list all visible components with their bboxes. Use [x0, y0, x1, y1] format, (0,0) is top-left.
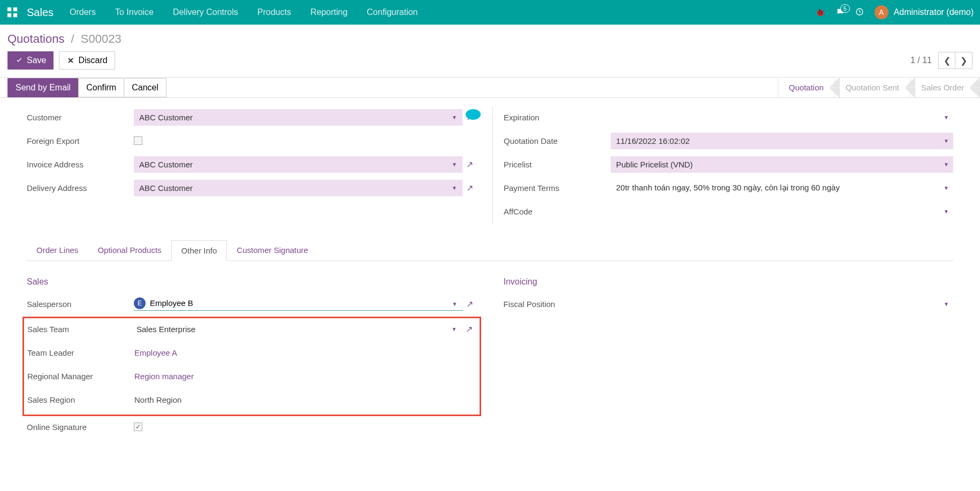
fiscal-position-label: Fiscal Position: [504, 300, 611, 309]
avatar-chip: E: [134, 297, 146, 309]
check-icon: [15, 56, 24, 65]
cancel-button[interactable]: Cancel: [124, 78, 166, 97]
main-menu: Orders To Invoice Delivery Controls Prod…: [70, 7, 417, 17]
payment-terms-field[interactable]: 20tr thanh toán ngay, 50% trong 30 ngày,…: [611, 179, 953, 196]
expiration-field[interactable]: [611, 113, 953, 121]
sales-heading: Sales: [27, 277, 477, 287]
save-button[interactable]: Save: [7, 51, 54, 70]
pricelist-label: Pricelist: [504, 160, 611, 169]
pager-prev-button[interactable]: ❮: [938, 52, 955, 69]
salesperson-field[interactable]: E: [134, 297, 463, 311]
status-bar: Send by Email Confirm Cancel Quotation Q…: [0, 77, 980, 98]
app-brand[interactable]: Sales: [27, 6, 54, 19]
invoice-address-field[interactable]: ABC Customer: [134, 156, 462, 173]
top-nav: Sales Orders To Invoice Delivery Control…: [0, 0, 980, 25]
send-email-button[interactable]: Send by Email: [7, 78, 78, 97]
breadcrumb-root[interactable]: Quotations: [7, 32, 64, 45]
confirm-button[interactable]: Confirm: [78, 78, 124, 97]
menu-orders[interactable]: Orders: [70, 7, 96, 17]
team-leader-value[interactable]: Employee A: [134, 348, 177, 357]
status-quotation[interactable]: Quotation: [778, 78, 834, 97]
debug-icon[interactable]: 🐞: [815, 7, 825, 17]
pager-next-button[interactable]: ❯: [955, 52, 973, 69]
regional-manager-value[interactable]: Region manager: [134, 372, 194, 381]
activities-icon[interactable]: [855, 7, 864, 18]
highlight-annotation: Sales Team Sales Enterprise ▼ ↗ Team Lea…: [22, 317, 481, 416]
breadcrumb-leaf: S00023: [81, 32, 121, 45]
online-signature-checkbox[interactable]: [134, 423, 142, 431]
menu-delivery-controls[interactable]: Delivery Controls: [173, 7, 238, 17]
pricelist-field[interactable]: Public Pricelist (VND): [611, 156, 953, 173]
menu-to-invoice[interactable]: To Invoice: [115, 7, 154, 17]
tab-order-lines[interactable]: Order Lines: [27, 240, 88, 260]
menu-reporting[interactable]: Reporting: [310, 7, 347, 17]
tab-other-info[interactable]: Other Info: [171, 240, 227, 261]
sales-section: Sales Salesperson E ▼ ↗ Sales Team Sales…: [27, 261, 477, 440]
salesperson-label: Salesperson: [27, 300, 134, 309]
delivery-address-label: Delivery Address: [27, 183, 134, 193]
sales-team-label: Sales Team: [27, 325, 134, 334]
message-count-badge: 5: [840, 4, 850, 13]
menu-products[interactable]: Products: [257, 7, 291, 17]
svg-rect-3: [13, 13, 17, 17]
systray: 🐞 5 A Administrator (demo): [815, 5, 974, 19]
tab-optional-products[interactable]: Optional Products: [88, 240, 171, 260]
sales-team-field[interactable]: Sales Enterprise: [134, 321, 462, 337]
svg-rect-2: [7, 13, 11, 17]
messaging-icon[interactable]: 5: [836, 7, 845, 18]
invoice-address-label: Invoice Address: [27, 160, 134, 169]
menu-configuration[interactable]: Configuration: [367, 7, 417, 17]
svg-rect-1: [13, 7, 17, 11]
customer-field[interactable]: ABC Customer: [134, 109, 462, 126]
salesperson-input[interactable]: [150, 298, 463, 308]
delivery-address-field[interactable]: ABC Customer: [134, 180, 462, 196]
external-link-icon[interactable]: ↗: [462, 159, 476, 170]
invoicing-section: Invoicing Fiscal Position ▼: [504, 261, 954, 440]
affcode-label: AffCode: [504, 207, 611, 216]
form-tabs: Order Lines Optional Products Other Info…: [27, 240, 953, 261]
discard-button[interactable]: Discard: [59, 51, 115, 70]
pager-info[interactable]: 1 / 11: [910, 56, 932, 65]
sales-region-label: Sales Region: [27, 395, 134, 404]
user-menu[interactable]: A Administrator (demo): [875, 5, 974, 19]
regional-manager-label: Regional Manager: [27, 372, 134, 381]
close-icon: [66, 56, 75, 65]
foreign-export-label: Foreign Export: [27, 136, 134, 145]
external-link-icon[interactable]: ↗: [463, 299, 477, 309]
external-link-icon[interactable]: ↗: [462, 183, 476, 193]
apps-icon[interactable]: [6, 6, 18, 18]
invoicing-heading: Invoicing: [504, 277, 954, 287]
payment-terms-label: Payment Terms: [504, 183, 611, 193]
external-link-icon[interactable]: ↗: [462, 324, 476, 334]
foreign-export-checkbox[interactable]: [134, 136, 142, 145]
quotation-date-field[interactable]: 11/16/2022 16:02:02: [611, 133, 953, 149]
expiration-label: Expiration: [504, 113, 611, 122]
status-quotation-sent[interactable]: Quotation Sent: [834, 78, 910, 97]
svg-rect-0: [7, 7, 11, 11]
cursor-indicator: [466, 109, 481, 120]
online-signature-label: Online Signature: [27, 423, 134, 432]
tab-customer-signature[interactable]: Customer Signature: [227, 240, 317, 260]
sales-region-value: North Region: [134, 395, 181, 404]
right-column: Expiration ▼ Quotation Date 11/16/2022 1…: [492, 106, 953, 224]
fiscal-position-field[interactable]: [611, 300, 954, 308]
breadcrumb: Quotations / S00023: [7, 32, 121, 46]
affcode-field[interactable]: [611, 208, 953, 215]
left-column: Customer ABC Customer ▼ ↗ Foreign Export…: [27, 106, 476, 224]
team-leader-label: Team Leader: [27, 348, 134, 357]
status-sales-order[interactable]: Sales Order: [910, 78, 975, 97]
user-avatar: A: [875, 5, 888, 19]
customer-label: Customer: [27, 113, 134, 122]
user-name: Administrator (demo): [894, 7, 974, 17]
quotation-date-label: Quotation Date: [504, 136, 611, 145]
